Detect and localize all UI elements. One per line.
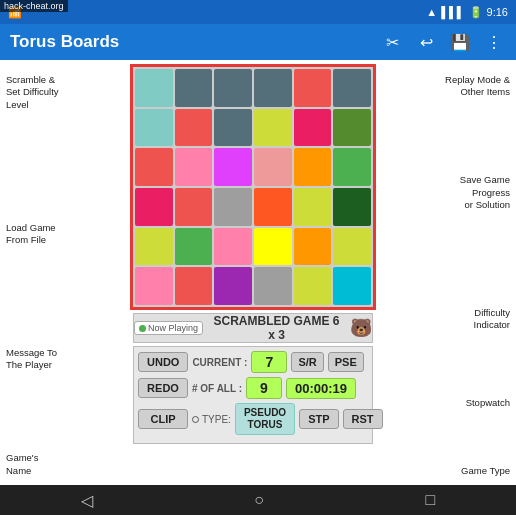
annotation-stopwatch: Stopwatch	[412, 397, 510, 409]
phone-frame: hack-cheat.org 📶 ▲ ▌▌▌ 🔋 9:16 Torus Boar…	[0, 0, 516, 515]
now-playing-badge: Now Playing	[134, 321, 203, 335]
type-circle-icon	[192, 416, 199, 423]
annotation-difficulty: Difficulty Indicator	[412, 307, 510, 332]
pse-button[interactable]: PSE	[328, 352, 364, 372]
grid-cell-11[interactable]	[333, 109, 371, 147]
grid-cell-2[interactable]	[214, 69, 252, 107]
center-panel: Now Playing SCRAMBLED GAME 6 x 3 🐻 UNDO …	[100, 60, 406, 485]
grid-cell-30[interactable]	[135, 267, 173, 305]
grid-cell-9[interactable]	[254, 109, 292, 147]
annotation-game-name: Game's Name	[6, 452, 94, 477]
grid-cell-17[interactable]	[333, 148, 371, 186]
scissors-icon[interactable]: ✂	[380, 30, 404, 54]
type-label: TYPE:	[192, 414, 231, 425]
grid-cell-34[interactable]	[294, 267, 332, 305]
save-icon[interactable]: 💾	[448, 30, 472, 54]
grid-cell-18[interactable]	[135, 188, 173, 226]
grid-cell-0[interactable]	[135, 69, 173, 107]
grid-cell-27[interactable]	[254, 228, 292, 266]
grid-cell-31[interactable]	[175, 267, 213, 305]
time-display: 9:16	[487, 6, 508, 18]
app-title: Torus Boards	[10, 32, 119, 52]
nav-bar: ◁ ○ □	[0, 485, 516, 515]
grid-cell-1[interactable]	[175, 69, 213, 107]
grid-cell-21[interactable]	[254, 188, 292, 226]
controls-row-1: UNDO CURRENT : 7 S/R PSE	[138, 351, 368, 373]
more-icon[interactable]: ⋮	[482, 30, 506, 54]
clip-button[interactable]: CLIP	[138, 409, 188, 429]
timer-display: 00:00:19	[286, 378, 356, 399]
grid-cell-25[interactable]	[175, 228, 213, 266]
annotation-save: Save Game Progress or Solution	[412, 174, 510, 211]
grid-cell-15[interactable]	[254, 148, 292, 186]
current-label: CURRENT :	[192, 357, 247, 368]
grid-cell-7[interactable]	[175, 109, 213, 147]
wifi-icon: ▲	[426, 6, 437, 18]
grid-cell-8[interactable]	[214, 109, 252, 147]
grid-cell-6[interactable]	[135, 109, 173, 147]
annotation-game-type: Game Type	[412, 465, 510, 477]
grid-cell-29[interactable]	[333, 228, 371, 266]
undo-button[interactable]: UNDO	[138, 352, 188, 372]
grid-cell-28[interactable]	[294, 228, 332, 266]
grid-cell-24[interactable]	[135, 228, 173, 266]
grid-cell-32[interactable]	[214, 267, 252, 305]
controls-row-2: REDO # OF ALL : 9 00:00:19	[138, 377, 368, 399]
annotation-scramble: Scramble & Set Difficulty Level	[6, 74, 94, 111]
grid-cell-13[interactable]	[175, 148, 213, 186]
controls-area: UNDO CURRENT : 7 S/R PSE REDO # OF ALL :…	[133, 346, 373, 444]
battery-icon: 🔋	[469, 6, 483, 19]
annotation-replay: Replay Mode & Other Items	[412, 74, 510, 99]
grid-cell-10[interactable]	[294, 109, 332, 147]
rst-button[interactable]: RST	[343, 409, 383, 429]
app-bar: Torus Boards ✂ ↩ 💾 ⋮	[0, 24, 516, 60]
sr-button[interactable]: S/R	[291, 352, 323, 372]
grid-cell-3[interactable]	[254, 69, 292, 107]
grid-cell-20[interactable]	[214, 188, 252, 226]
back-icon[interactable]: ◁	[81, 491, 93, 510]
redo-button[interactable]: REDO	[138, 378, 188, 398]
watermark: hack-cheat.org	[0, 0, 68, 12]
grid-cell-23[interactable]	[333, 188, 371, 226]
of-all-label: # OF ALL :	[192, 383, 242, 394]
pseudo-torus-button[interactable]: PSEUDO TORUS	[235, 403, 295, 435]
signal-bars: ▌▌▌	[441, 6, 464, 18]
right-annotations: Replay Mode & Other Items Save Game Prog…	[406, 60, 516, 485]
grid-cell-33[interactable]	[254, 267, 292, 305]
of-all-value: 9	[246, 377, 282, 399]
type-text: TYPE:	[202, 414, 231, 425]
left-annotations: Scramble & Set Difficulty Level Load Gam…	[0, 60, 100, 485]
now-playing-label: Now Playing	[148, 323, 198, 333]
app-bar-icons: ✂ ↩ 💾 ⋮	[380, 30, 506, 54]
game-grid	[133, 67, 373, 307]
grid-cell-35[interactable]	[333, 267, 371, 305]
grid-cell-4[interactable]	[294, 69, 332, 107]
scrambled-label: SCRAMBLED GAME 6 x 3	[209, 314, 344, 342]
game-grid-wrapper	[130, 64, 376, 310]
status-row: Now Playing SCRAMBLED GAME 6 x 3 🐻	[133, 313, 373, 343]
grid-cell-19[interactable]	[175, 188, 213, 226]
play-dot	[139, 325, 146, 332]
annotation-load-game: Load Game From File	[6, 222, 94, 247]
annotation-message: Message To The Player	[6, 347, 94, 372]
grid-cell-26[interactable]	[214, 228, 252, 266]
status-bar: 📶 ▲ ▌▌▌ 🔋 9:16	[0, 0, 516, 24]
grid-cell-22[interactable]	[294, 188, 332, 226]
grid-cell-12[interactable]	[135, 148, 173, 186]
grid-cell-14[interactable]	[214, 148, 252, 186]
bear-icon: 🐻	[350, 317, 372, 339]
grid-cell-16[interactable]	[294, 148, 332, 186]
controls-row-3: CLIP TYPE: PSEUDO TORUS STP RST	[138, 403, 368, 435]
stp-button[interactable]: STP	[299, 409, 338, 429]
status-bar-right: ▲ ▌▌▌ 🔋 9:16	[426, 6, 508, 19]
grid-cell-5[interactable]	[333, 69, 371, 107]
replay-icon[interactable]: ↩	[414, 30, 438, 54]
current-value: 7	[251, 351, 287, 373]
recent-icon[interactable]: □	[426, 491, 436, 509]
home-icon[interactable]: ○	[254, 491, 264, 509]
